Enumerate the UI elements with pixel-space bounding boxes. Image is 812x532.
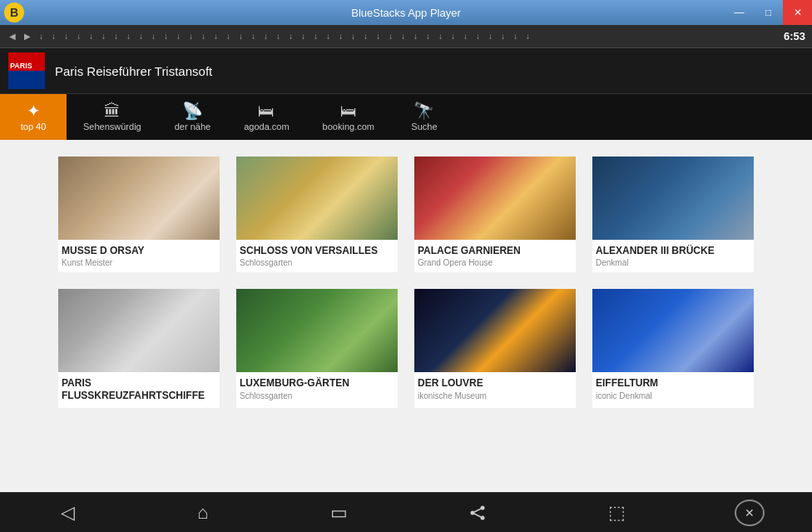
place-info-versailles: SCHLOSS VON VERSAILLES Schlossgarten [236, 240, 398, 272]
place-card-bridge[interactable]: ALEXANDER III BRÜCKE Denkmal [592, 157, 754, 272]
der-nahe-icon: 📡 [182, 102, 203, 119]
place-img-versailles [236, 157, 398, 240]
tab-der-nahe[interactable]: 📡 der nähe [158, 94, 227, 140]
dl-36[interactable]: ↓ [473, 30, 483, 42]
dl-31[interactable]: ↓ [411, 30, 420, 42]
dl-33[interactable]: ↓ [436, 30, 445, 42]
place-name-luxembourg: LUXEMBURG-GÄRTEN [240, 377, 394, 389]
dl-40[interactable]: ↓ [523, 30, 532, 42]
dl-11[interactable]: ↓ [161, 30, 171, 42]
toolbar: ◀ ▶ ↓ ↓ ↓ ↓ ↓ ↓ ↓ ↓ ↓ ↓ ↓ ↓ ↓ ↓ ↓ ↓ ↓ ↓ … [0, 25, 812, 48]
place-name-orsay: MUSSE D ORSAY [62, 245, 216, 256]
place-name-river: PARIS FLUSSKREUZFAHRTSCHIFFE [62, 377, 216, 401]
place-sub-louvre: ikonische Museum [418, 391, 572, 400]
dl-19[interactable]: ↓ [261, 30, 270, 42]
tab-sehenswurdig[interactable]: 🏛 Sehenswürdig [67, 94, 158, 140]
forward-arrow-icon[interactable]: ▶ [22, 30, 33, 42]
dl-16[interactable]: ↓ [224, 30, 233, 42]
dl-25[interactable]: ↓ [336, 30, 345, 42]
dl-17[interactable]: ↓ [236, 30, 245, 42]
tab-agoda-label: agoda.com [244, 122, 289, 132]
dl-29[interactable]: ↓ [386, 30, 395, 42]
place-img-luxembourg [236, 289, 398, 372]
place-card-eiffel[interactable]: EIFFELTURM iconic Denkmal [592, 289, 754, 408]
recent-button[interactable]: ▭ [317, 499, 361, 527]
svg-text:B: B [10, 6, 18, 19]
dl-34[interactable]: ↓ [448, 30, 458, 42]
place-sub-versailles: Schlossgarten [240, 258, 394, 267]
dl-7[interactable]: ↓ [111, 30, 121, 42]
dl-3[interactable]: ↓ [62, 30, 71, 42]
sehenswurdig-icon: 🏛 [104, 102, 121, 119]
svg-line-6 [474, 514, 481, 517]
dl-10[interactable]: ↓ [149, 30, 158, 42]
svg-line-5 [474, 509, 481, 512]
top40-icon: ✦ [27, 102, 41, 119]
tab-top40[interactable]: ✦ top 40 [0, 94, 67, 140]
screen-button[interactable]: ⬚ [595, 499, 639, 527]
place-name-louvre: DER LOUVRE [418, 377, 572, 389]
dl-23[interactable]: ↓ [311, 30, 320, 42]
place-card-versailles[interactable]: SCHLOSS VON VERSAILLES Schlossgarten [236, 157, 398, 272]
dl-2[interactable]: ↓ [49, 30, 58, 42]
close-button[interactable]: ✕ [783, 0, 812, 25]
booking-icon: 🛏 [340, 102, 357, 119]
place-info-eiffel: EIFFELTURM iconic Denkmal [592, 372, 754, 405]
title-bar: B BlueStacks App Player — □ ✕ [0, 0, 812, 25]
dl-22[interactable]: ↓ [299, 30, 308, 42]
dl-28[interactable]: ↓ [374, 30, 383, 42]
flag-red: PARIS [8, 52, 45, 71]
place-sub-palace: Grand Opera House [418, 258, 572, 267]
bottom-bar: ◁ ⌂ ▭ ⬚ ✕ [0, 492, 812, 532]
dl-12[interactable]: ↓ [174, 30, 183, 42]
tab-booking[interactable]: 🛏 booking.com [306, 94, 391, 140]
place-card-orsay[interactable]: MUSSE D ORSAY Kunst Meister [58, 157, 220, 272]
dl-20[interactable]: ↓ [274, 30, 283, 42]
places-grid: MUSSE D ORSAY Kunst Meister SCHLOSS VON … [58, 157, 754, 408]
minimize-button[interactable]: — [725, 0, 754, 25]
dl-38[interactable]: ↓ [498, 30, 508, 42]
agoda-icon: 🛏 [258, 102, 275, 119]
dl-26[interactable]: ↓ [349, 30, 358, 42]
place-sub-luxembourg: Schlossgarten [240, 391, 394, 400]
dl-24[interactable]: ↓ [324, 30, 333, 42]
dl-13[interactable]: ↓ [186, 30, 196, 42]
dl-15[interactable]: ↓ [211, 30, 220, 42]
dl-6[interactable]: ↓ [99, 30, 108, 42]
dl-21[interactable]: ↓ [286, 30, 295, 42]
tab-suche[interactable]: 🔭 Suche [391, 94, 458, 140]
dl-9[interactable]: ↓ [136, 30, 146, 42]
share-button[interactable] [456, 501, 499, 525]
dl-8[interactable]: ↓ [124, 30, 133, 42]
back-button[interactable]: ◁ [47, 499, 88, 527]
dl-18[interactable]: ↓ [249, 30, 258, 42]
flag-blue [8, 71, 45, 89]
place-card-luxembourg[interactable]: LUXEMBURG-GÄRTEN Schlossgarten [236, 289, 398, 408]
place-info-bridge: ALEXANDER III BRÜCKE Denkmal [592, 240, 754, 272]
dl-37[interactable]: ↓ [486, 30, 495, 42]
dl-27[interactable]: ↓ [361, 30, 370, 42]
system-time: 6:53 [784, 30, 805, 42]
close-circle-button[interactable]: ✕ [735, 500, 765, 526]
place-card-river[interactable]: PARIS FLUSSKREUZFAHRTSCHIFFE [58, 289, 220, 408]
dl-35[interactable]: ↓ [461, 30, 470, 42]
tab-sehenswurdig-label: Sehenswürdig [83, 122, 141, 132]
dl-4[interactable]: ↓ [74, 30, 83, 42]
place-img-bridge [592, 157, 754, 240]
dl-32[interactable]: ↓ [423, 30, 433, 42]
dl-1[interactable]: ↓ [37, 30, 46, 42]
place-card-palace[interactable]: PALACE GARNIEREN Grand Opera House [414, 157, 576, 272]
window-controls: — □ ✕ [725, 0, 812, 25]
app-header: PARIS Paris Reiseführer Tristansoft [0, 48, 812, 94]
maximize-button[interactable]: □ [754, 0, 783, 25]
dl-39[interactable]: ↓ [511, 30, 520, 42]
tab-agoda[interactable]: 🛏 agoda.com [227, 94, 305, 140]
back-arrow-icon[interactable]: ◀ [7, 30, 18, 42]
place-card-louvre[interactable]: DER LOUVRE ikonische Museum [414, 289, 576, 408]
home-button[interactable]: ⌂ [184, 499, 221, 527]
dl-14[interactable]: ↓ [199, 30, 208, 42]
place-img-eiffel [592, 289, 754, 372]
dl-5[interactable]: ↓ [87, 30, 96, 42]
nav-tabs: ✦ top 40 🏛 Sehenswürdig 📡 der nähe 🛏 ago… [0, 94, 812, 140]
dl-30[interactable]: ↓ [399, 30, 408, 42]
